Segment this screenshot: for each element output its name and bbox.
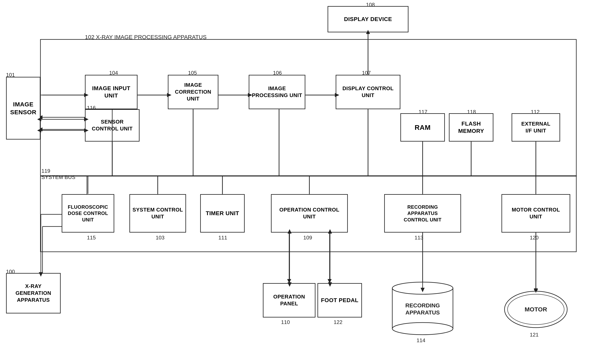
- operation-control-num: 109: [303, 235, 312, 241]
- timer-num: 111: [218, 235, 227, 241]
- operation-panel-num: 110: [281, 319, 290, 325]
- image-sensor-num: 101: [6, 72, 15, 78]
- recording-control-num: 113: [415, 235, 423, 241]
- motor-num: 121: [530, 332, 539, 338]
- recording-control-block: RECORDINGAPPARATUSCONTROL UNIT: [384, 194, 461, 233]
- image-correction-num: 105: [188, 70, 197, 76]
- image-input-num: 104: [109, 70, 118, 76]
- svg-text:APPARATUS: APPARATUS: [405, 309, 440, 316]
- timer-block: TIMER UNIT: [200, 194, 245, 233]
- foot-pedal-num: 122: [334, 319, 342, 325]
- flash-memory-block: FLASHMEMORY: [449, 113, 493, 142]
- flash-memory-num: 118: [467, 109, 476, 115]
- svg-marker-41: [327, 279, 332, 283]
- system-control-num: 103: [156, 235, 164, 241]
- recording-apparatus-num: 114: [416, 337, 425, 344]
- system-control-block: SYSTEM CONTROLUNIT: [129, 194, 186, 233]
- system-bus-label: 119SYSTEM BUS: [41, 168, 76, 180]
- xray-generation-num: 100: [6, 269, 15, 275]
- diagram-container: DISPLAY DEVICE 108 102 X-RAY IMAGE PROCE…: [0, 0, 604, 364]
- svg-text:MOTOR: MOTOR: [525, 306, 547, 313]
- image-processing-num: 106: [273, 70, 282, 76]
- display-device-num: 108: [366, 2, 375, 8]
- display-device-label: DISPLAY DEVICE: [344, 16, 392, 23]
- fluoroscopic-block: FLUOROSCOPICDOSE CONTROLUNIT: [62, 194, 114, 233]
- ram-num: 117: [419, 109, 427, 115]
- svg-point-49: [392, 282, 453, 294]
- external-if-num: 112: [531, 109, 540, 115]
- display-control-num: 107: [362, 70, 371, 76]
- image-processing-block: IMAGEPROCESSING UNIT: [249, 75, 305, 109]
- ram-block: RAM: [400, 113, 445, 142]
- apparatus-label: 102 X-RAY IMAGE PROCESSING APPARATUS: [85, 34, 207, 40]
- fluoroscopic-num: 115: [87, 235, 96, 241]
- motor-control-block: MOTOR CONTROLUNIT: [502, 194, 570, 233]
- operation-panel-block: OPERATIONPANEL: [263, 283, 315, 317]
- svg-text:RECORDING: RECORDING: [405, 302, 440, 309]
- image-input-block: IMAGE INPUTUNIT: [85, 75, 138, 109]
- motor-svg: MOTOR: [503, 289, 568, 330]
- svg-marker-39: [287, 279, 291, 283]
- xray-generation-block: X-RAYGENERATIONAPPARATUS: [6, 273, 61, 314]
- display-control-block: DISPLAY CONTROLUNIT: [336, 75, 400, 109]
- image-sensor-block: IMAGESENSOR: [6, 77, 40, 139]
- foot-pedal-block: FOOT PEDAL: [317, 283, 362, 317]
- svg-point-50: [392, 323, 453, 335]
- sensor-control-block: SENSORCONTROL UNIT: [85, 109, 139, 142]
- operation-control-block: OPERATION CONTROLUNIT: [271, 194, 348, 233]
- external-if-block: EXTERNALI/F UNIT: [512, 113, 560, 142]
- motor-control-num: 120: [530, 235, 539, 241]
- recording-apparatus-svg: RECORDING APPARATUS: [388, 281, 457, 336]
- display-device-block: DISPLAY DEVICE: [327, 6, 408, 32]
- sensor-control-num: 116: [87, 105, 96, 111]
- image-correction-block: IMAGECORRECTION UNIT: [168, 75, 218, 109]
